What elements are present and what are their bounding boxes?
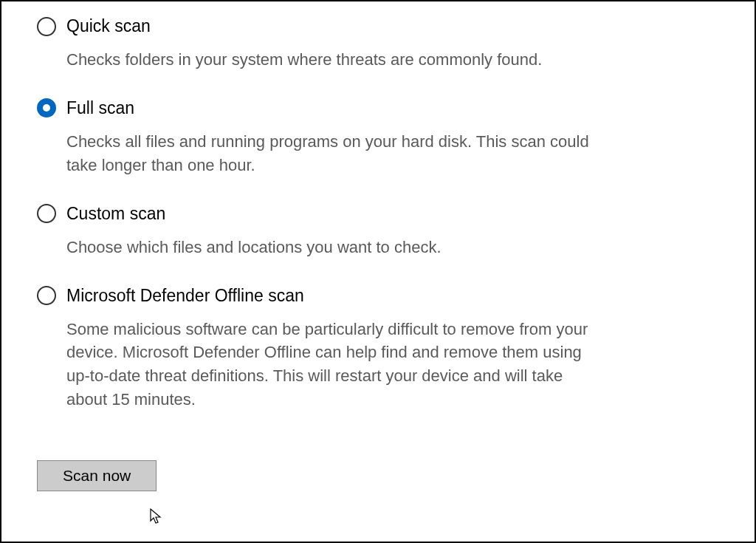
scan-option-offline: Microsoft Defender Offline scan Some mal…	[37, 286, 719, 412]
option-description: Checks folders in your system where thre…	[66, 48, 598, 72]
option-title: Custom scan	[66, 204, 165, 224]
option-title: Quick scan	[66, 16, 151, 36]
radio-icon-selected	[37, 98, 56, 117]
option-description: Some malicious software can be particula…	[66, 318, 598, 412]
scan-now-button[interactable]: Scan now	[37, 460, 157, 491]
scan-option-quick: Quick scan Checks folders in your system…	[37, 16, 719, 72]
radio-row-quick[interactable]: Quick scan	[37, 16, 719, 36]
radio-row-offline[interactable]: Microsoft Defender Offline scan	[37, 286, 719, 306]
option-description: Checks all files and running programs on…	[66, 130, 598, 177]
option-description: Choose which files and locations you wan…	[66, 236, 598, 259]
radio-icon	[37, 204, 56, 223]
option-title: Full scan	[66, 98, 134, 118]
radio-row-full[interactable]: Full scan	[37, 98, 719, 118]
cursor-icon	[149, 508, 164, 525]
scan-option-custom: Custom scan Choose which files and locat…	[37, 204, 719, 259]
scan-option-full: Full scan Checks all files and running p…	[37, 98, 719, 177]
option-title: Microsoft Defender Offline scan	[66, 286, 304, 306]
radio-icon	[37, 17, 56, 36]
radio-row-custom[interactable]: Custom scan	[37, 204, 719, 224]
radio-icon	[37, 286, 56, 305]
